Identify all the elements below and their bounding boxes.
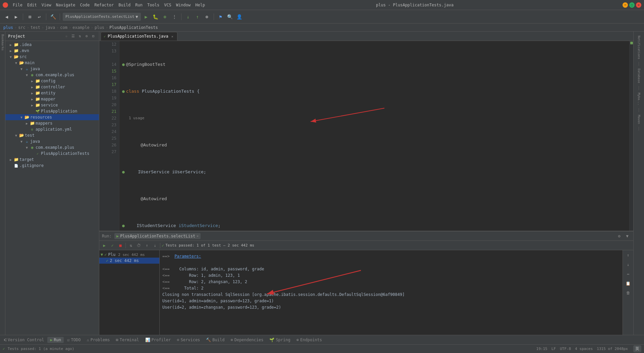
code-editor[interactable]: 12 13 14 15 16 17 18 19 20 21 22 23 24 2… [99, 41, 633, 231]
tab-endpoints[interactable]: ⊕ Endpoints [294, 337, 325, 343]
run-tree-sub[interactable]: ✓ 2 sec 442 ms [99, 258, 159, 264]
breadcrumb-part-4[interactable]: com [60, 25, 67, 30]
tree-item-test[interactable]: ▼ 📂 test [5, 132, 99, 138]
breadcrumb-current[interactable]: PlusApplicationTests [109, 25, 158, 30]
run-side-wrap[interactable]: ↔ [625, 270, 632, 278]
sidebar-layout-button[interactable]: ☰ [70, 33, 76, 39]
tree-item-gitignore[interactable]: ▶ 📄 .gitignore [5, 163, 99, 169]
status-encoding[interactable]: UTF-8 [560, 347, 571, 351]
run-side-down[interactable]: ↓ [625, 261, 632, 268]
tab-plus-tests[interactable]: ✓ PlusApplicationTests.java ✕ [101, 32, 177, 41]
run-with-coverage-button[interactable]: ⊛ [161, 13, 169, 21]
menu-edit[interactable]: Edit [25, 2, 39, 8]
tree-item-plus-tests[interactable]: ▶ ✓ PlusApplicationTests [5, 150, 99, 157]
breadcrumb-part-3[interactable]: java [45, 25, 55, 30]
run-collapse-button[interactable]: ▼ [624, 233, 631, 239]
tab-run[interactable]: ▶ Run [47, 337, 64, 343]
tab-services[interactable]: ⊙ Services [174, 337, 203, 343]
run-button[interactable]: ▶ [142, 13, 150, 21]
check-button[interactable]: ✓ [109, 242, 116, 249]
tree-item-target[interactable]: ▶ 📁 target [5, 157, 99, 163]
menu-tools[interactable]: Tools [145, 2, 161, 8]
tab-profiler[interactable]: 📊 Profiler [143, 337, 174, 343]
search-everywhere-button[interactable]: 🔍 [226, 13, 234, 21]
run-side-trash[interactable]: 🗑 [625, 289, 632, 297]
sidebar-collapse-button[interactable]: ⊟ [90, 33, 96, 39]
sidebar-gear-button[interactable]: ⚙ [84, 33, 90, 39]
window-controls[interactable]: − □ ✕ [623, 2, 641, 8]
minimize-button[interactable]: − [623, 2, 628, 8]
build-button[interactable]: 🔨 [49, 13, 57, 21]
breadcrumb-part-5[interactable]: example [72, 25, 90, 30]
breadcrumb-part-2[interactable]: test [31, 25, 40, 30]
back-button[interactable]: ◀ [3, 13, 11, 21]
database-button[interactable]: Database [637, 67, 641, 84]
breadcrumb-part-0[interactable]: plus [3, 25, 13, 30]
tree-item-plusapp[interactable]: ▶ 🌱 PlusApplication [5, 108, 99, 114]
more-run-options-button[interactable]: ⋮ [170, 13, 178, 21]
breadcrumb-part-1[interactable]: src [18, 25, 25, 30]
next-failed-button[interactable]: ↓ [151, 242, 159, 249]
menu-navigate[interactable]: Navigate [54, 2, 77, 8]
sort-duration-button[interactable]: ⏱ [135, 242, 143, 249]
ime-button[interactable]: 英 [633, 345, 641, 352]
run-tree-plu[interactable]: ▼ ✓ Plu 2 sec 442 ms [99, 252, 159, 258]
menu-vcs[interactable]: VCS [162, 2, 173, 8]
tab-dependencies[interactable]: ⊗ Dependencies [228, 337, 266, 343]
tree-item-idea[interactable]: ▶ 📁 .idea [5, 42, 99, 48]
tab-terminal[interactable]: ⊞ Terminal [113, 337, 142, 343]
sort-alpha-button[interactable]: ⇅ [127, 242, 135, 249]
stop-button[interactable]: ■ [117, 242, 124, 249]
status-lf[interactable]: LF [551, 347, 556, 351]
run-config-button[interactable]: PlusApplicationTests.selectList ▼ [63, 13, 141, 21]
tree-item-controller[interactable]: ▶ 📁 controller [5, 84, 99, 90]
menu-refactor[interactable]: Refactor [92, 2, 116, 8]
debug-button[interactable]: 🐛 [152, 13, 160, 21]
tab-version-control[interactable]: ⑆ Version Control [1, 337, 47, 343]
output-link-params[interactable]: Parameters: [174, 254, 201, 259]
tab-spring[interactable]: 🌱 Spring [267, 337, 293, 343]
tree-item-java-test[interactable]: ▼ ☕ java [5, 138, 99, 144]
tab-todo[interactable]: ☑ TODO [64, 337, 83, 343]
menu-build[interactable]: Build [116, 2, 132, 8]
menu-bar[interactable]: File Edit View Navigate Code Refactor Bu… [11, 2, 207, 8]
notifications-button[interactable]: Notifications [637, 34, 641, 60]
tree-item-src[interactable]: ▼ 📂 src [5, 54, 99, 60]
sidebar-scope-button[interactable]: ☆ [63, 33, 69, 39]
bookmarks-tool[interactable]: Bookmarks [0, 33, 5, 52]
tab-build[interactable]: 🔨 Build [203, 337, 227, 343]
settings-button[interactable]: 👤 [235, 13, 244, 21]
tree-item-entity[interactable]: ▶ 📁 entity [5, 90, 99, 96]
tree-item-package-test[interactable]: ▼ ◉ com.example.plus [5, 144, 99, 150]
status-indent[interactable]: 4 spaces [575, 347, 593, 351]
translate-button[interactable]: ⚑ [217, 13, 225, 21]
run-tab-select-list[interactable]: ▶ PlusApplicationTests.selectList ✕ [114, 233, 201, 239]
forward-button[interactable]: ▶ [12, 13, 20, 21]
git-history-button[interactable]: ⊕ [203, 13, 211, 21]
status-position[interactable]: 19:15 [536, 347, 547, 351]
tree-item-config[interactable]: ▶ 📁 config [5, 78, 99, 84]
rerun-button[interactable]: ▶ [101, 242, 108, 249]
menu-help[interactable]: Help [193, 2, 207, 8]
prev-failed-button[interactable]: ↑ [143, 242, 151, 249]
mybatis-button[interactable]: Myba... [637, 91, 641, 107]
tree-item-mappers[interactable]: ▶ 📁 mappers [5, 120, 99, 126]
maven-button[interactable]: Maven [637, 114, 641, 125]
breadcrumb-part-6[interactable]: plus [95, 25, 104, 30]
run-side-copy[interactable]: 📋 [625, 280, 632, 287]
tree-item-resources[interactable]: ▼ 📂 resources [5, 114, 99, 120]
menu-code[interactable]: Code [78, 2, 92, 8]
tree-item-java-main[interactable]: ▼ ☕ java [5, 66, 99, 72]
run-tab-close[interactable]: ✕ [197, 234, 199, 238]
menu-run[interactable]: Run [133, 2, 145, 8]
navigate-back-button[interactable]: ↩ [35, 13, 43, 21]
run-settings-button[interactable]: ⚙ [616, 233, 623, 239]
git-update-button[interactable]: ↓ [184, 13, 192, 21]
menu-window[interactable]: Window [174, 2, 193, 8]
sidebar-sort-button[interactable]: ⇅ [77, 33, 83, 39]
tree-item-service[interactable]: ▶ 📁 service [5, 102, 99, 108]
recent-files-button[interactable]: ⊞ [26, 13, 34, 21]
tree-item-package[interactable]: ▼ ◉ com.example.plus [5, 72, 99, 78]
tab-problems[interactable]: ⚠ Problems [84, 337, 112, 343]
close-button[interactable]: ✕ [636, 2, 641, 8]
